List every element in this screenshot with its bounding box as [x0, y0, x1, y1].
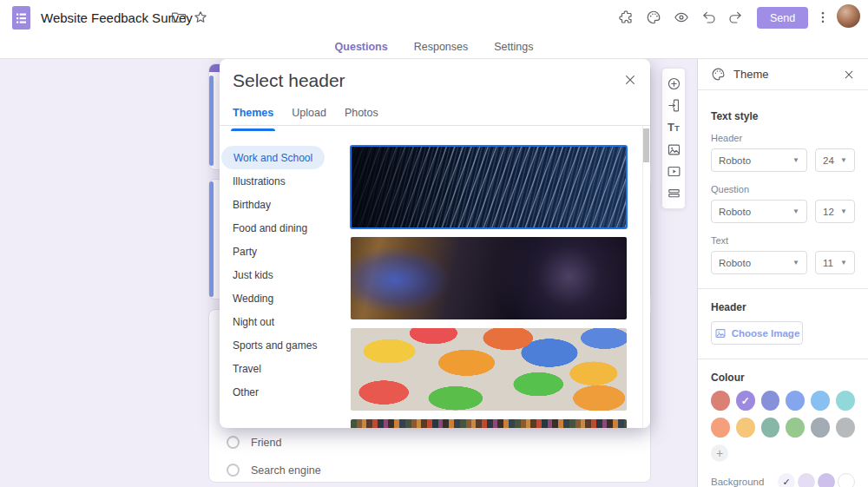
chevron-down-icon: ▼ [787, 259, 799, 267]
theme-panel-title: Theme [733, 68, 768, 81]
tab-settings[interactable]: Settings [492, 37, 535, 56]
header-font-label: Header [711, 133, 855, 143]
undo-icon[interactable] [701, 10, 717, 25]
header-size-select[interactable]: 24 ▼ [815, 148, 855, 172]
tab-responses[interactable]: Responses [412, 37, 470, 56]
dialog-body: Work and School Illustrations Birthday F… [220, 126, 650, 428]
colour-swatch[interactable] [786, 391, 805, 411]
star-icon[interactable] [193, 10, 208, 25]
chevron-down-icon: ▼ [787, 207, 799, 215]
customize-theme-palette-icon[interactable] [646, 10, 661, 25]
close-icon[interactable] [843, 69, 855, 81]
document-title[interactable]: Website Feedback Survey [41, 10, 193, 25]
background-swatch[interactable] [798, 473, 815, 487]
category-night-out[interactable]: Night out [220, 310, 350, 333]
dialog-scrollbar-thumb[interactable] [643, 128, 649, 162]
category-birthday[interactable]: Birthday [220, 193, 350, 216]
tab-themes[interactable]: Themes [233, 107, 273, 126]
form-nav-tabs: Questions Responses Settings [0, 35, 868, 59]
add-ons-puzzle-icon[interactable] [618, 10, 634, 25]
header-thumbnail-candy[interactable] [351, 328, 627, 411]
answer-option-row[interactable]: Friend [227, 436, 281, 449]
colour-swatch-row [711, 418, 855, 438]
category-food-and-dining[interactable]: Food and dining [220, 216, 350, 240]
preview-eye-icon[interactable] [674, 10, 689, 25]
choose-image-button[interactable]: Choose Image [711, 321, 803, 345]
text-font-label: Text [711, 235, 855, 246]
close-icon[interactable] [623, 73, 637, 87]
colour-swatch[interactable] [836, 418, 855, 438]
tab-upload[interactable]: Upload [292, 107, 326, 126]
colour-swatch[interactable] [736, 418, 755, 438]
header-image-thumbnails [351, 146, 628, 428]
tab-questions[interactable]: Questions [333, 37, 390, 56]
category-party[interactable]: Party [220, 240, 350, 263]
background-swatch-row [778, 473, 855, 487]
category-illustrations[interactable]: Illustrations [220, 169, 350, 193]
chevron-down-icon: ▼ [835, 259, 847, 267]
choose-image-label: Choose Image [732, 328, 800, 339]
header-thumbnail-blue-abstract[interactable] [351, 146, 627, 228]
text-size-value: 11 [823, 258, 833, 268]
header-thumbnail-threads[interactable] [351, 419, 627, 428]
redo-icon[interactable] [727, 10, 743, 25]
tab-photos[interactable]: Photos [345, 107, 378, 126]
add-title-description-icon[interactable]: TT [667, 120, 680, 135]
add-custom-colour-button[interactable]: + [711, 444, 728, 462]
category-other[interactable]: Other [220, 380, 350, 404]
move-folder-icon[interactable] [171, 10, 187, 25]
colour-swatch[interactable] [811, 391, 830, 411]
text-size-select[interactable]: 11 ▼ [815, 251, 855, 274]
header-thumbnail-guitar[interactable] [351, 237, 627, 319]
import-questions-icon[interactable] [667, 98, 681, 113]
panel-divider [698, 359, 868, 359]
chevron-down-icon: ▼ [835, 156, 847, 164]
header-size-value: 24 [823, 155, 834, 166]
form-editor-canvas: Friend Search engine TT Select header [0, 59, 697, 487]
question-font-select[interactable]: Roboto ▼ [711, 200, 807, 223]
category-wedding[interactable]: Wedding [220, 286, 350, 310]
radio-button-icon[interactable] [227, 464, 240, 477]
colour-swatch[interactable] [811, 418, 830, 438]
google-forms-logo-icon[interactable] [12, 6, 30, 30]
colour-section-heading: Colour [711, 372, 855, 384]
add-section-icon[interactable] [667, 186, 681, 201]
insert-toolbar: TT [661, 68, 686, 209]
question-size-select[interactable]: 12 ▼ [815, 200, 855, 223]
text-style-heading: Text style [711, 110, 855, 122]
answer-option-label: Search engine [251, 464, 321, 477]
category-just-kids[interactable]: Just kids [220, 263, 350, 286]
app-topbar: Website Feedback Survey Send [0, 0, 868, 35]
colour-swatch[interactable] [761, 418, 780, 438]
text-font-select[interactable]: Roboto ▼ [711, 251, 807, 274]
colour-swatch[interactable] [836, 391, 855, 411]
background-swatch-selected[interactable] [778, 473, 795, 487]
colour-swatch[interactable] [711, 391, 730, 411]
more-options-kebab-icon[interactable] [815, 10, 831, 25]
add-image-icon[interactable] [667, 142, 681, 157]
colour-swatch[interactable] [786, 418, 805, 438]
colour-swatch[interactable] [711, 418, 730, 438]
answer-option-label: Friend [251, 437, 281, 449]
colour-swatch[interactable] [761, 391, 780, 411]
question-font-label: Question [711, 184, 855, 194]
question-font-value: Roboto [719, 207, 751, 217]
category-work-and-school[interactable]: Work and School [221, 146, 325, 169]
category-sports-and-games[interactable]: Sports and games [220, 333, 350, 357]
header-font-select[interactable]: Roboto ▼ [711, 148, 807, 172]
add-question-icon[interactable] [667, 76, 681, 91]
radio-button-icon[interactable] [227, 436, 240, 449]
colour-swatch-selected[interactable] [736, 391, 755, 411]
header-section-heading: Header [711, 301, 855, 313]
add-video-icon[interactable] [667, 164, 681, 179]
theme-panel: Theme Text style Header Roboto ▼ 24 ▼ Qu… [697, 59, 868, 487]
category-travel[interactable]: Travel [220, 357, 350, 380]
background-swatch[interactable] [818, 473, 835, 487]
chevron-down-icon: ▼ [835, 207, 847, 215]
account-avatar[interactable] [837, 4, 860, 28]
send-button[interactable]: Send [757, 7, 808, 29]
answer-option-row[interactable]: Search engine [227, 464, 321, 477]
background-swatch[interactable] [838, 473, 855, 487]
background-label: Background [711, 477, 764, 487]
panel-divider [698, 288, 868, 289]
